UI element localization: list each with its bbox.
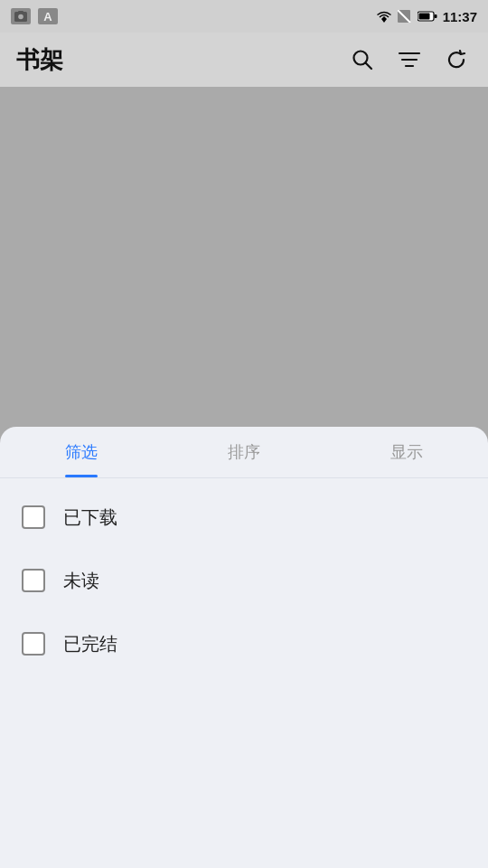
checkbox-unread[interactable] [22, 569, 45, 592]
label-downloaded: 已下载 [63, 505, 117, 530]
app-bar-actions [347, 44, 472, 75]
filter-options-list: 已下载 未读 已完结 [0, 478, 488, 683]
svg-rect-2 [18, 11, 23, 14]
svg-point-1 [18, 14, 23, 20]
status-bar-right: 11:37 [376, 9, 477, 24]
signal-icon [398, 10, 412, 23]
tab-filter[interactable]: 筛选 [0, 427, 163, 477]
checkbox-downloaded[interactable] [22, 505, 45, 529]
filter-icon [398, 50, 421, 70]
filter-option-unread[interactable]: 未读 [22, 549, 466, 612]
svg-rect-7 [418, 14, 429, 20]
tab-sort[interactable]: 排序 [163, 427, 325, 477]
bottom-sheet: 筛选 排序 显示 已下载 未读 已完结 [0, 427, 488, 868]
battery-icon [418, 11, 437, 22]
svg-marker-3 [381, 16, 387, 23]
filter-option-downloaded[interactable]: 已下载 [22, 486, 466, 549]
svg-line-10 [366, 63, 372, 70]
label-completed: 已完结 [63, 632, 117, 656]
svg-rect-8 [434, 14, 436, 18]
tab-display[interactable]: 显示 [325, 427, 488, 477]
wifi-icon [376, 10, 392, 23]
checkbox-completed[interactable] [22, 632, 45, 656]
search-button[interactable] [347, 44, 378, 75]
filter-option-completed[interactable]: 已完结 [22, 612, 466, 675]
filter-button[interactable] [394, 46, 425, 73]
font-icon: A [38, 8, 58, 24]
tab-bar: 筛选 排序 显示 [0, 427, 488, 478]
app-bar: 书架 [0, 33, 488, 87]
photo-icon [11, 8, 31, 24]
status-bar-left: A [11, 8, 58, 24]
clock: 11:37 [443, 9, 477, 24]
main-content [0, 87, 488, 421]
page-title: 书架 [16, 44, 347, 76]
search-icon [351, 48, 374, 71]
status-bar: A 11:37 [0, 0, 488, 33]
refresh-icon [445, 48, 468, 71]
label-unread: 未读 [63, 569, 99, 593]
refresh-button[interactable] [441, 44, 472, 75]
